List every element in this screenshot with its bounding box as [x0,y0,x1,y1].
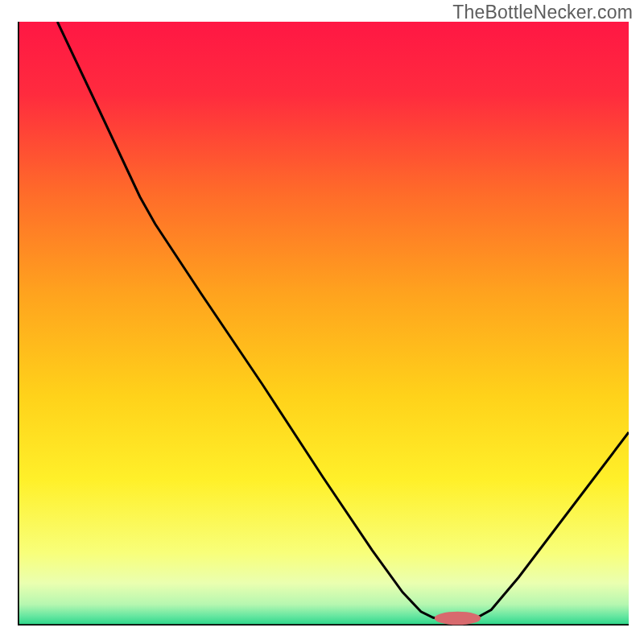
optimal-marker [435,612,481,625]
plot-area [18,22,629,625]
watermark-text: TheBottleNecker.com [452,2,633,23]
bottleneck-curve [57,22,629,620]
chart-svg [18,22,629,625]
chart-container: TheBottleNecker.com [0,0,644,644]
